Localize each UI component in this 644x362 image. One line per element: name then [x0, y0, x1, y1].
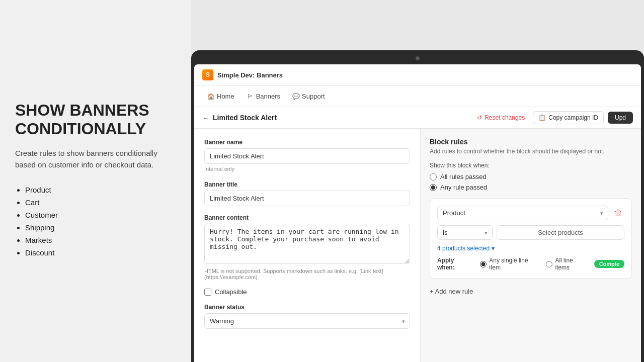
banner-status-group: Banner status Warning Info Success Error… — [204, 304, 410, 329]
toolbar-right: ↺ Reset changes 📋 Copy campaign ID Upd — [473, 111, 633, 124]
rules-title: Block rules — [430, 138, 632, 146]
condition-select-wrap: is is not ▾ — [437, 225, 493, 240]
banner-status-label: Banner status — [204, 304, 410, 311]
banner-status-select[interactable]: Warning Info Success Error — [204, 313, 410, 329]
radio-any-rule-input[interactable] — [430, 184, 437, 191]
nav-bar: 🏠 Home 🏳 Banners 💬 Support — [194, 86, 641, 107]
nav-item-home[interactable]: 🏠 Home — [202, 90, 239, 103]
radio-any-rule: Any rule passed — [430, 184, 632, 191]
banner-content-textarea[interactable] — [204, 224, 410, 264]
radio-any-rule-label: Any rule passed — [440, 184, 487, 191]
list-item-shipping: Shipping — [25, 223, 176, 232]
apply-when-label: Apply when: — [437, 257, 473, 271]
banners-icon: 🏳 — [247, 93, 254, 100]
list-item-discount: Discount — [25, 248, 176, 257]
banner-hint: HTML is not supported. Supports markdown… — [204, 268, 410, 280]
apply-all-line-items: All line items — [546, 257, 589, 271]
rules-panel: Block rules Add rules to control whether… — [421, 129, 641, 362]
banner-title-label: Banner title — [204, 181, 410, 188]
collapsible-label: Collapsible — [215, 288, 247, 296]
condition-select[interactable]: is is not — [437, 225, 493, 240]
delete-icon: 🗑 — [614, 209, 622, 217]
apply-single-line-item: Any single line item — [480, 257, 541, 271]
app-header: S Simple Dev: Banners — [194, 64, 641, 86]
add-new-rule-button[interactable]: + Add new rule — [430, 285, 473, 298]
show-when-radio-group: All rules passed Any rule passed — [430, 173, 632, 191]
rule-block: Product Cart Customer Shipping ▾ 🗑 — [430, 198, 632, 279]
copy-icon: 📋 — [538, 114, 546, 121]
home-icon: 🏠 — [207, 93, 214, 100]
nav-item-banners[interactable]: 🏳 Banners — [242, 90, 285, 103]
banner-status-select-wrap: Warning Info Success Error ▾ — [204, 313, 410, 329]
main-content: Banner name Internal only Banner title B… — [194, 129, 641, 362]
collapsible-checkbox[interactable] — [204, 289, 211, 296]
tablet-notch — [416, 56, 420, 60]
description: Create rules to show banners conditional… — [15, 148, 176, 170]
apply-all-radio[interactable] — [546, 261, 552, 267]
left-panel: SHOW BANNERS CONDITIONALLY Create rules … — [0, 0, 191, 362]
list-item-cart: Cart — [25, 198, 176, 207]
rule-delete-button[interactable]: 🗑 — [612, 208, 624, 219]
app-icon: S — [202, 69, 213, 80]
show-when-label: Show this block when: — [430, 162, 632, 169]
select-products-button[interactable]: Select products — [497, 225, 624, 240]
banner-name-group: Banner name Internal only — [204, 139, 410, 173]
products-selected-link[interactable]: 4 products selected ▾ — [437, 245, 624, 252]
status-badge: Comple — [594, 260, 624, 268]
nav-item-support[interactable]: 💬 Support — [287, 90, 330, 103]
list-item-customer: Customer — [25, 211, 176, 219]
banner-content-label: Banner content — [204, 214, 410, 221]
reset-button[interactable]: ↺ Reset changes — [473, 112, 529, 124]
apply-single-radio[interactable] — [480, 261, 487, 267]
list-item-product: Product — [25, 186, 176, 194]
rule-condition-row: is is not ▾ Select products — [437, 225, 624, 240]
right-panel: S Simple Dev: Banners 🏠 Home 🏳 Banners 💬… — [191, 0, 644, 362]
support-icon: 💬 — [292, 93, 299, 100]
radio-all-rules: All rules passed — [430, 173, 632, 180]
list-item-markets: Markets — [25, 236, 176, 244]
main-heading: SHOW BANNERS CONDITIONALLY — [15, 101, 176, 138]
reset-icon: ↺ — [477, 114, 482, 121]
back-arrow-icon: ← — [202, 114, 209, 122]
feature-list: Product Cart Customer Shipping Markets D… — [15, 186, 176, 261]
app-window: S Simple Dev: Banners 🏠 Home 🏳 Banners 💬… — [194, 64, 641, 362]
rule-type-select[interactable]: Product Cart Customer Shipping — [437, 206, 608, 220]
app-title: Simple Dev: Banners — [217, 71, 283, 79]
back-button[interactable]: ← — [202, 114, 209, 122]
banner-name-input[interactable] — [204, 148, 410, 164]
banner-name-label: Banner name — [204, 139, 410, 146]
banner-content-group: Banner content HTML is not supported. Su… — [204, 214, 410, 280]
form-panel: Banner name Internal only Banner title B… — [194, 129, 421, 362]
banner-title-input[interactable] — [204, 191, 410, 206]
internal-only-label: Internal only — [204, 166, 234, 172]
chevron-down-small-icon: ▾ — [492, 245, 495, 252]
apply-when-row: Apply when: Any single line item All lin… — [437, 257, 624, 271]
rule-type-select-wrap: Product Cart Customer Shipping ▾ — [437, 206, 608, 220]
update-button[interactable]: Upd — [608, 112, 633, 124]
toolbar: ← Limited Stock Alert ↺ Reset changes 📋 … — [194, 107, 641, 129]
radio-all-rules-input[interactable] — [430, 173, 437, 180]
rule-type-row: Product Cart Customer Shipping ▾ 🗑 — [437, 206, 624, 220]
rules-subtitle: Add rules to control whether the block s… — [430, 148, 632, 155]
radio-all-rules-label: All rules passed — [440, 173, 487, 180]
banner-title-group: Banner title — [204, 181, 410, 206]
page-title: Limited Stock Alert — [213, 114, 277, 122]
collapsible-row: Collapsible — [204, 288, 410, 296]
toolbar-left: ← Limited Stock Alert — [202, 114, 277, 122]
copy-campaign-id-button[interactable]: 📋 Copy campaign ID — [533, 111, 604, 124]
tablet-frame: S Simple Dev: Banners 🏠 Home 🏳 Banners 💬… — [191, 50, 644, 362]
